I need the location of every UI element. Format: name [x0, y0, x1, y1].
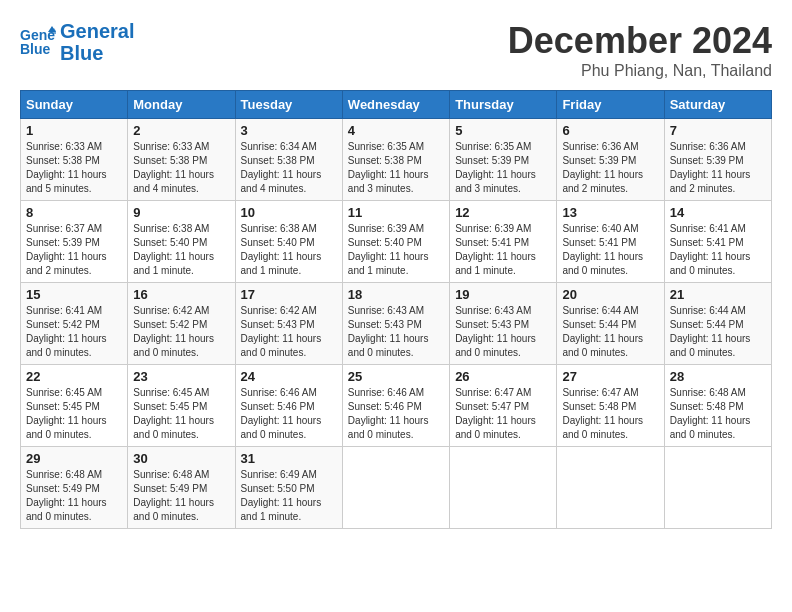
- calendar-cell: 28Sunrise: 6:48 AMSunset: 5:48 PMDayligh…: [664, 365, 771, 447]
- month-title: December 2024: [508, 20, 772, 62]
- calendar-cell: 4Sunrise: 6:35 AMSunset: 5:38 PMDaylight…: [342, 119, 449, 201]
- calendar-cell: 5Sunrise: 6:35 AMSunset: 5:39 PMDaylight…: [450, 119, 557, 201]
- day-info: Sunrise: 6:43 AMSunset: 5:43 PMDaylight:…: [348, 304, 444, 360]
- calendar-cell: 31Sunrise: 6:49 AMSunset: 5:50 PMDayligh…: [235, 447, 342, 529]
- day-info: Sunrise: 6:42 AMSunset: 5:43 PMDaylight:…: [241, 304, 337, 360]
- svg-text:Blue: Blue: [20, 41, 51, 57]
- page-header: General Blue General Blue December 2024 …: [20, 20, 772, 80]
- calendar-cell: 12Sunrise: 6:39 AMSunset: 5:41 PMDayligh…: [450, 201, 557, 283]
- calendar-cell: 21Sunrise: 6:44 AMSunset: 5:44 PMDayligh…: [664, 283, 771, 365]
- header-tuesday: Tuesday: [235, 91, 342, 119]
- calendar-cell: 19Sunrise: 6:43 AMSunset: 5:43 PMDayligh…: [450, 283, 557, 365]
- calendar-week-5: 29Sunrise: 6:48 AMSunset: 5:49 PMDayligh…: [21, 447, 772, 529]
- header-thursday: Thursday: [450, 91, 557, 119]
- day-info: Sunrise: 6:35 AMSunset: 5:38 PMDaylight:…: [348, 140, 444, 196]
- calendar-cell: [557, 447, 664, 529]
- calendar-cell: 13Sunrise: 6:40 AMSunset: 5:41 PMDayligh…: [557, 201, 664, 283]
- day-number: 26: [455, 369, 551, 384]
- day-info: Sunrise: 6:47 AMSunset: 5:48 PMDaylight:…: [562, 386, 658, 442]
- calendar-cell: 6Sunrise: 6:36 AMSunset: 5:39 PMDaylight…: [557, 119, 664, 201]
- header-sunday: Sunday: [21, 91, 128, 119]
- day-info: Sunrise: 6:47 AMSunset: 5:47 PMDaylight:…: [455, 386, 551, 442]
- calendar-cell: 14Sunrise: 6:41 AMSunset: 5:41 PMDayligh…: [664, 201, 771, 283]
- calendar-cell: 8Sunrise: 6:37 AMSunset: 5:39 PMDaylight…: [21, 201, 128, 283]
- calendar-cell: [342, 447, 449, 529]
- day-number: 16: [133, 287, 229, 302]
- day-number: 22: [26, 369, 122, 384]
- calendar-cell: 2Sunrise: 6:33 AMSunset: 5:38 PMDaylight…: [128, 119, 235, 201]
- day-number: 27: [562, 369, 658, 384]
- day-number: 21: [670, 287, 766, 302]
- calendar-cell: 24Sunrise: 6:46 AMSunset: 5:46 PMDayligh…: [235, 365, 342, 447]
- logo-icon: General Blue: [20, 24, 56, 60]
- logo-text: General: [60, 20, 134, 42]
- calendar-table: SundayMondayTuesdayWednesdayThursdayFrid…: [20, 90, 772, 529]
- calendar-cell: 20Sunrise: 6:44 AMSunset: 5:44 PMDayligh…: [557, 283, 664, 365]
- day-number: 9: [133, 205, 229, 220]
- day-info: Sunrise: 6:33 AMSunset: 5:38 PMDaylight:…: [133, 140, 229, 196]
- calendar-cell: 7Sunrise: 6:36 AMSunset: 5:39 PMDaylight…: [664, 119, 771, 201]
- day-number: 8: [26, 205, 122, 220]
- day-info: Sunrise: 6:44 AMSunset: 5:44 PMDaylight:…: [562, 304, 658, 360]
- day-info: Sunrise: 6:48 AMSunset: 5:48 PMDaylight:…: [670, 386, 766, 442]
- header-wednesday: Wednesday: [342, 91, 449, 119]
- day-info: Sunrise: 6:41 AMSunset: 5:41 PMDaylight:…: [670, 222, 766, 278]
- day-number: 10: [241, 205, 337, 220]
- title-block: December 2024 Phu Phiang, Nan, Thailand: [508, 20, 772, 80]
- calendar-cell: 18Sunrise: 6:43 AMSunset: 5:43 PMDayligh…: [342, 283, 449, 365]
- day-info: Sunrise: 6:48 AMSunset: 5:49 PMDaylight:…: [133, 468, 229, 524]
- day-number: 31: [241, 451, 337, 466]
- day-info: Sunrise: 6:48 AMSunset: 5:49 PMDaylight:…: [26, 468, 122, 524]
- calendar-cell: 3Sunrise: 6:34 AMSunset: 5:38 PMDaylight…: [235, 119, 342, 201]
- calendar-header-row: SundayMondayTuesdayWednesdayThursdayFrid…: [21, 91, 772, 119]
- calendar-cell: [664, 447, 771, 529]
- calendar-cell: 17Sunrise: 6:42 AMSunset: 5:43 PMDayligh…: [235, 283, 342, 365]
- day-info: Sunrise: 6:38 AMSunset: 5:40 PMDaylight:…: [241, 222, 337, 278]
- day-number: 17: [241, 287, 337, 302]
- logo-text2: Blue: [60, 42, 134, 64]
- logo: General Blue General Blue: [20, 20, 134, 64]
- day-number: 19: [455, 287, 551, 302]
- day-number: 30: [133, 451, 229, 466]
- calendar-cell: 29Sunrise: 6:48 AMSunset: 5:49 PMDayligh…: [21, 447, 128, 529]
- day-number: 14: [670, 205, 766, 220]
- day-info: Sunrise: 6:41 AMSunset: 5:42 PMDaylight:…: [26, 304, 122, 360]
- calendar-cell: 9Sunrise: 6:38 AMSunset: 5:40 PMDaylight…: [128, 201, 235, 283]
- calendar-cell: 15Sunrise: 6:41 AMSunset: 5:42 PMDayligh…: [21, 283, 128, 365]
- calendar-body: 1Sunrise: 6:33 AMSunset: 5:38 PMDaylight…: [21, 119, 772, 529]
- day-number: 12: [455, 205, 551, 220]
- calendar-week-3: 15Sunrise: 6:41 AMSunset: 5:42 PMDayligh…: [21, 283, 772, 365]
- calendar-cell: 27Sunrise: 6:47 AMSunset: 5:48 PMDayligh…: [557, 365, 664, 447]
- day-number: 15: [26, 287, 122, 302]
- calendar-cell: 23Sunrise: 6:45 AMSunset: 5:45 PMDayligh…: [128, 365, 235, 447]
- day-number: 13: [562, 205, 658, 220]
- day-info: Sunrise: 6:43 AMSunset: 5:43 PMDaylight:…: [455, 304, 551, 360]
- day-number: 1: [26, 123, 122, 138]
- day-info: Sunrise: 6:40 AMSunset: 5:41 PMDaylight:…: [562, 222, 658, 278]
- day-info: Sunrise: 6:36 AMSunset: 5:39 PMDaylight:…: [670, 140, 766, 196]
- day-info: Sunrise: 6:33 AMSunset: 5:38 PMDaylight:…: [26, 140, 122, 196]
- day-number: 23: [133, 369, 229, 384]
- calendar-cell: 30Sunrise: 6:48 AMSunset: 5:49 PMDayligh…: [128, 447, 235, 529]
- day-info: Sunrise: 6:42 AMSunset: 5:42 PMDaylight:…: [133, 304, 229, 360]
- header-friday: Friday: [557, 91, 664, 119]
- day-number: 2: [133, 123, 229, 138]
- day-number: 6: [562, 123, 658, 138]
- day-info: Sunrise: 6:35 AMSunset: 5:39 PMDaylight:…: [455, 140, 551, 196]
- day-number: 5: [455, 123, 551, 138]
- day-number: 4: [348, 123, 444, 138]
- day-number: 7: [670, 123, 766, 138]
- calendar-cell: 1Sunrise: 6:33 AMSunset: 5:38 PMDaylight…: [21, 119, 128, 201]
- calendar-cell: [450, 447, 557, 529]
- day-number: 3: [241, 123, 337, 138]
- calendar-cell: 25Sunrise: 6:46 AMSunset: 5:46 PMDayligh…: [342, 365, 449, 447]
- day-info: Sunrise: 6:37 AMSunset: 5:39 PMDaylight:…: [26, 222, 122, 278]
- day-info: Sunrise: 6:38 AMSunset: 5:40 PMDaylight:…: [133, 222, 229, 278]
- calendar-cell: 16Sunrise: 6:42 AMSunset: 5:42 PMDayligh…: [128, 283, 235, 365]
- day-number: 29: [26, 451, 122, 466]
- day-number: 24: [241, 369, 337, 384]
- day-info: Sunrise: 6:44 AMSunset: 5:44 PMDaylight:…: [670, 304, 766, 360]
- day-number: 18: [348, 287, 444, 302]
- day-info: Sunrise: 6:49 AMSunset: 5:50 PMDaylight:…: [241, 468, 337, 524]
- calendar-cell: 26Sunrise: 6:47 AMSunset: 5:47 PMDayligh…: [450, 365, 557, 447]
